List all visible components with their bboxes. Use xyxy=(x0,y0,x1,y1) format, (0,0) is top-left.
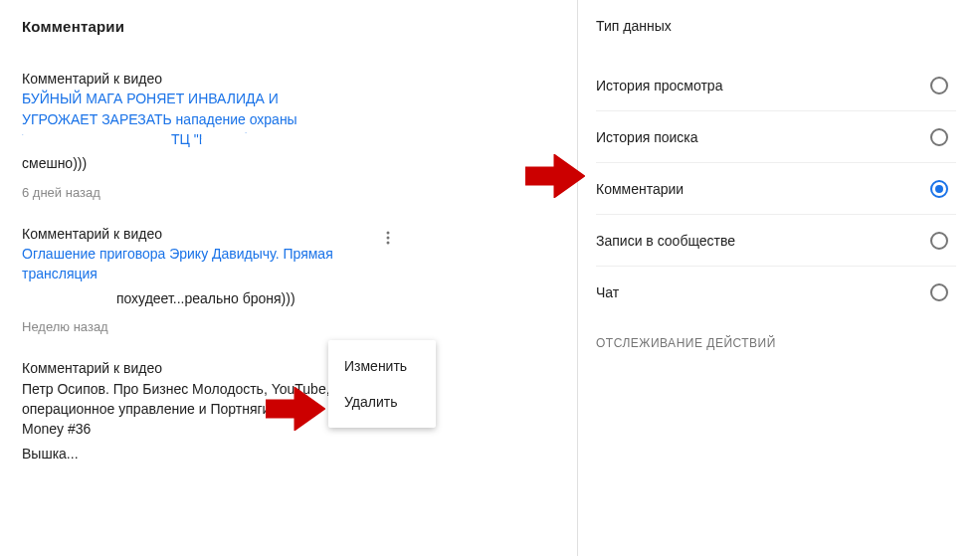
comment-item: Комментарий к видео Петр Осипов. Про Биз… xyxy=(22,358,350,464)
comment-body: Вышка... xyxy=(22,444,350,465)
radio-icon[interactable] xyxy=(930,77,948,94)
radio-icon[interactable] xyxy=(930,180,948,198)
kebab-icon[interactable] xyxy=(376,226,400,250)
comment-timestamp: 6 дней назад xyxy=(22,185,350,200)
filter-option-label: Комментарии xyxy=(596,181,684,197)
comment-to: к видео xyxy=(109,226,162,242)
comment-to: к видео xyxy=(109,71,162,87)
video-link[interactable]: Петр Осипов. Про Бизнес Молодость, YouTu… xyxy=(22,381,330,438)
svg-point-1 xyxy=(387,236,390,239)
comment-item: Комментарий к видео Оглашение приговора … xyxy=(22,224,350,335)
comment-body: смешно))) xyxy=(22,153,350,175)
filter-option[interactable]: Комментарии xyxy=(596,163,956,215)
menu-delete[interactable]: Удалить xyxy=(328,384,436,420)
menu-edit[interactable]: Изменить xyxy=(328,348,436,384)
filter-option-label: История просмотра xyxy=(596,78,722,93)
filter-options: История просмотраИстория поискаКомментар… xyxy=(596,60,956,318)
radio-icon[interactable] xyxy=(930,283,948,301)
filter-option-label: Записи в сообществе xyxy=(596,233,735,249)
comment-body: xxxxxxxxxxxxx похудеет...реально броня))… xyxy=(22,288,350,310)
section-header: ОТСЛЕЖИВАНИЕ ДЕЙСТВИЙ xyxy=(596,336,956,350)
radio-icon[interactable] xyxy=(930,128,948,146)
filter-option[interactable]: Чат xyxy=(596,267,956,318)
svg-point-0 xyxy=(387,231,390,234)
context-menu: Изменить Удалить xyxy=(328,340,436,428)
comment-to: к видео xyxy=(109,360,162,376)
comment-timestamp: Неделю назад xyxy=(22,319,350,334)
comment-prefix: Комментарий xyxy=(22,360,109,376)
filter-title: Тип данных xyxy=(596,18,956,34)
svg-point-2 xyxy=(387,241,390,244)
comment-prefix: Комментарий xyxy=(22,71,109,87)
filter-option[interactable]: История просмотра xyxy=(596,60,956,111)
page-title: Комментарии xyxy=(22,18,557,35)
comment-prefix: Комментарий xyxy=(22,226,109,242)
filter-option-label: История поиска xyxy=(596,129,698,145)
video-link[interactable]: Оглашение приговора Эрику Давидычу. Прям… xyxy=(22,246,333,281)
filter-option-label: Чат xyxy=(596,284,619,300)
filter-panel: Тип данных История просмотраИстория поис… xyxy=(577,0,980,556)
filter-option[interactable]: История поиска xyxy=(596,111,956,163)
filter-option[interactable]: Записи в сообществе xyxy=(596,215,956,267)
comments-panel: Комментарии Комментарий к видео БУЙНЫЙ М… xyxy=(0,0,577,556)
radio-icon[interactable] xyxy=(930,232,948,250)
comment-item: Комментарий к видео БУЙНЫЙ МАГА РОНЯЕТ И… xyxy=(22,69,350,200)
